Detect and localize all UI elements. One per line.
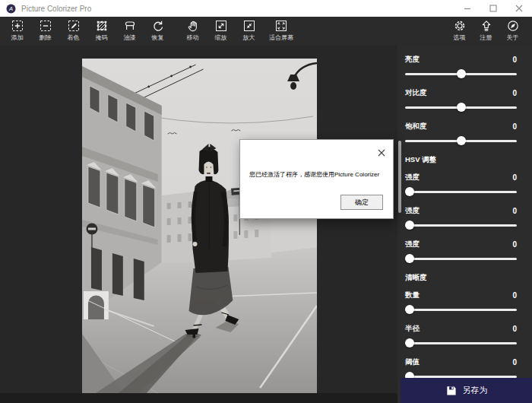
slider-value-saturation: 0 <box>512 122 517 131</box>
slider-row-amount: 数量0 <box>405 290 517 300</box>
slider-thumb-saturation[interactable] <box>457 136 466 145</box>
toolbar-button-colorize[interactable]: 着色 <box>59 17 87 42</box>
app-window: A Picture Colorizer Pro 添加删除着色掩码油漆恢复移动缩放… <box>0 0 532 403</box>
toolbar-label-restore: 恢复 <box>152 33 164 42</box>
app-logo-icon: A <box>6 4 16 14</box>
toolbar-button-mask[interactable]: 掩码 <box>87 17 116 42</box>
hand-icon <box>186 19 200 33</box>
toolbar-button-paint[interactable]: 油漆 <box>116 17 144 42</box>
toolbar-label-fit-screen: 适合屏幕 <box>269 33 293 42</box>
slider-label-amount: 数量 <box>405 290 420 300</box>
main-area: 亮度0对比度0饱和度0HSV 调整强度0强度0强度0清晰度数量0半径0阈值0去噪… <box>0 46 532 403</box>
slider-label-hsv-strength-3: 强度 <box>405 240 420 249</box>
slider-track-contrast[interactable] <box>405 103 517 112</box>
toolbar-group-2: 移动缩放放大适合屏幕 <box>179 17 299 42</box>
slider-track-hsv-strength-1[interactable] <box>405 187 517 196</box>
register-arrow-icon <box>480 19 493 33</box>
slider-label-brightness: 亮度 <box>405 55 420 65</box>
save-as-label: 另存为 <box>463 385 488 396</box>
toolbar-button-fit-screen[interactable]: 适合屏幕 <box>263 17 299 42</box>
ok-button[interactable]: 确定 <box>340 195 383 210</box>
slider-thumb-hsv-strength-3[interactable] <box>405 254 414 263</box>
slider-track-hsv-strength-3[interactable] <box>405 254 517 263</box>
toolbar-button-magnify[interactable]: 放大 <box>235 17 263 42</box>
slider-bar-radius <box>405 342 517 344</box>
slider-bar-hsv-strength-1 <box>405 191 517 193</box>
section-header-hsv: HSV 调整 <box>405 155 517 165</box>
slider-track-hsv-strength-2[interactable] <box>405 221 517 230</box>
slider-value-amount: 0 <box>512 291 517 300</box>
toolbar: 添加删除着色掩码油漆恢复移动缩放放大适合屏幕选项注册关于 <box>0 17 532 46</box>
zoom-contract-icon <box>242 19 256 33</box>
slider-track-brightness[interactable] <box>405 69 517 78</box>
slider-row-contrast: 对比度0 <box>405 88 517 98</box>
activation-message: 您已经激活了程序，感谢您使用Picture Colorizer <box>249 170 379 179</box>
slider-track-radius[interactable] <box>405 338 517 347</box>
slider-value-radius: 0 <box>512 325 517 333</box>
slider-thumb-radius[interactable] <box>405 338 414 347</box>
activation-dialog: 您已经激活了程序，感谢您使用Picture Colorizer 确定 <box>239 139 394 219</box>
toolbar-label-paint: 油漆 <box>124 33 136 42</box>
slider-row-threshold: 阈值0 <box>405 357 517 367</box>
slider-thumb-hsv-strength-1[interactable] <box>405 187 414 196</box>
toolbar-label-options: 选项 <box>454 33 466 42</box>
close-icon[interactable] <box>378 146 385 154</box>
save-floppy-icon <box>445 385 457 396</box>
undo-icon <box>151 19 165 33</box>
remove-selection-icon <box>39 19 52 33</box>
toolbar-button-delete[interactable]: 删除 <box>31 17 59 42</box>
compass-icon <box>506 19 520 33</box>
svg-text:A: A <box>8 5 13 12</box>
window-controls <box>464 5 532 12</box>
slider-label-contrast: 对比度 <box>405 88 427 98</box>
slider-row-brightness: 亮度0 <box>405 55 517 65</box>
toolbar-button-register[interactable]: 注册 <box>473 17 499 42</box>
toolbar-button-options[interactable]: 选项 <box>446 17 473 42</box>
toolbar-label-register: 注册 <box>480 33 492 42</box>
close-icon[interactable] <box>515 5 523 12</box>
slider-row-hsv-strength-1: 强度0 <box>405 173 517 182</box>
panel-scrollbar[interactable] <box>398 141 401 213</box>
minimize-icon[interactable] <box>464 5 471 12</box>
slider-track-amount[interactable] <box>405 305 517 314</box>
slider-thumb-contrast[interactable] <box>457 103 466 112</box>
slider-thumb-hsv-strength-2[interactable] <box>405 221 414 230</box>
slider-label-hsv-strength-1: 强度 <box>405 173 420 182</box>
maximize-icon[interactable] <box>489 5 497 12</box>
zoom-expand-icon <box>214 19 228 33</box>
window-title: Picture Colorizer Pro <box>21 5 464 13</box>
slider-row-hsv-strength-2: 强度0 <box>405 206 517 216</box>
slider-group-radius: 半径0 <box>405 324 517 347</box>
slider-thumb-amount[interactable] <box>405 305 414 314</box>
toolbar-label-delete: 删除 <box>40 33 52 42</box>
toolbar-button-move[interactable]: 移动 <box>179 17 207 42</box>
slider-thumb-brightness[interactable] <box>457 69 466 78</box>
slider-group-hsv-strength-2: 强度0 <box>405 206 517 230</box>
photo-image <box>82 59 317 393</box>
slider-group-brightness: 亮度0 <box>405 55 517 78</box>
slider-label-threshold: 阈值 <box>405 357 420 367</box>
save-as-button[interactable]: 另存为 <box>401 378 532 403</box>
slider-value-hsv-strength-1: 0 <box>512 173 517 182</box>
slider-label-hsv-strength-2: 强度 <box>405 206 420 216</box>
slider-row-radius: 半径0 <box>405 324 517 334</box>
toolbar-label-zoom: 缩放 <box>215 33 227 42</box>
slider-bar-amount <box>405 309 517 311</box>
slider-label-saturation: 饱和度 <box>405 122 427 132</box>
slider-bar-hsv-strength-3 <box>405 258 517 260</box>
toolbar-label-mask: 掩码 <box>96 33 108 42</box>
mask-icon <box>95 19 109 33</box>
toolbar-button-restore[interactable]: 恢复 <box>144 17 172 42</box>
toolbar-button-about[interactable]: 关于 <box>499 17 526 42</box>
fit-screen-icon <box>274 19 288 33</box>
slider-track-saturation[interactable] <box>405 136 517 145</box>
slider-group-amount: 数量0 <box>405 290 517 314</box>
toolbar-button-add[interactable]: 添加 <box>3 17 31 42</box>
slider-value-hsv-strength-2: 0 <box>512 207 517 215</box>
slider-group-saturation: 饱和度0 <box>405 122 517 145</box>
toolbar-button-zoom[interactable]: 缩放 <box>207 17 235 42</box>
slider-label-radius: 半径 <box>405 324 420 334</box>
slider-value-contrast: 0 <box>512 89 517 97</box>
toolbar-group-1: 添加删除着色掩码油漆恢复 <box>3 17 172 42</box>
title-bar: A Picture Colorizer Pro <box>0 0 532 17</box>
